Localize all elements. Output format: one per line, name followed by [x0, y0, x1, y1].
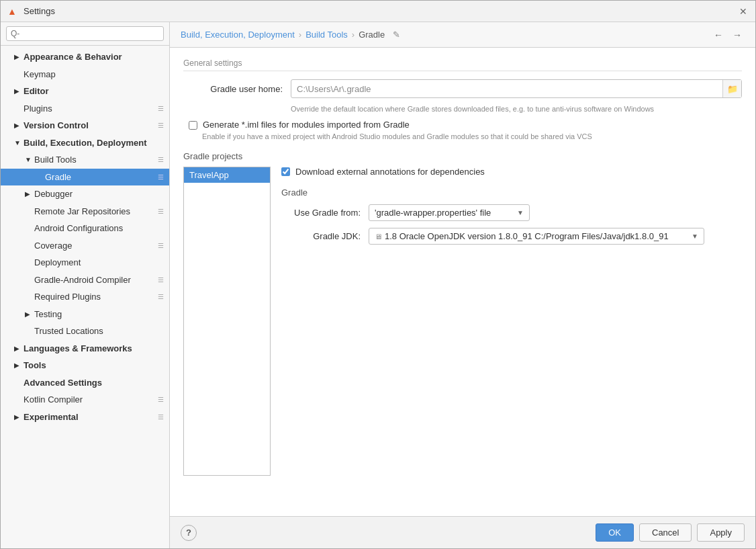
arrow-icon: ▶	[14, 412, 22, 422]
iml-checkbox[interactable]	[189, 121, 197, 130]
main-panel: Build, Execution, Deployment › Build Too…	[170, 22, 755, 548]
general-settings-title: General settings	[183, 58, 742, 71]
arrow-icon: ▶	[25, 309, 33, 319]
jdk-icon: 🖥	[375, 233, 382, 241]
breadcrumb-build-execution[interactable]: Build, Execution, Deployment	[181, 30, 295, 40]
sidebar-item-experimental[interactable]: ▶ Experimental ☰	[1, 409, 169, 426]
sidebar-item-remote-jar[interactable]: Remote Jar Repositories ☰	[1, 203, 169, 220]
settings-icon: ☰	[158, 155, 164, 165]
sidebar-item-label: Appearance & Behavior	[23, 50, 164, 64]
search-input[interactable]	[6, 26, 164, 41]
sidebar-item-version-control[interactable]: ▶ Version Control ☰	[1, 117, 169, 134]
cancel-button[interactable]: Cancel	[639, 523, 692, 542]
settings-window: ▲ Settings ✕ ▶ Appearance & Behavior Key…	[0, 0, 756, 549]
gradle-jdk-row: Gradle JDK: 🖥 1.8 Oracle OpenJDK version…	[281, 228, 742, 245]
breadcrumb-bar: Build, Execution, Deployment › Build Too…	[170, 22, 755, 48]
chevron-down-icon: ▼	[692, 233, 698, 240]
settings-icon: ☰	[158, 241, 164, 251]
sidebar-item-advanced[interactable]: Advanced Settings	[1, 374, 169, 392]
sidebar-item-build-tools[interactable]: ▼ Build Tools ☰	[1, 151, 169, 169]
gradle-home-input-wrap: 📁	[291, 79, 742, 98]
chevron-down-icon: ▼	[517, 209, 524, 216]
arrow-icon: ▶	[14, 120, 22, 130]
sidebar-item-label: Testing	[34, 308, 164, 321]
arrow-icon: ▶	[14, 52, 22, 62]
dropdown-value: 'gradle-wrapper.properties' file	[375, 208, 517, 218]
sidebar-item-required-plugins[interactable]: Required Plugins ☰	[1, 288, 169, 306]
sidebar-item-label: Plugins	[23, 102, 155, 116]
sidebar-item-debugger[interactable]: ▶ Debugger	[1, 185, 169, 203]
sidebar-item-label: Advanced Settings	[23, 376, 164, 390]
sidebar-item-build-execution[interactable]: ▼ Build, Execution, Deployment	[1, 134, 169, 152]
gradle-jdk-label: Gradle JDK:	[281, 231, 369, 241]
sidebar-item-label: Debugger	[34, 187, 164, 201]
sidebar-item-label: Gradle	[45, 171, 155, 184]
arrow-icon: ▶	[14, 360, 22, 370]
download-annotations-checkbox[interactable]	[281, 167, 290, 176]
ok-button[interactable]: OK	[596, 523, 634, 542]
back-button[interactable]: ←	[711, 28, 726, 42]
main-content: ▶ Appearance & Behavior Keymap ▶ Editor …	[1, 22, 755, 548]
sidebar-item-label: Keymap	[23, 68, 164, 81]
title-bar: ▲ Settings ✕	[1, 1, 755, 22]
sidebar-item-gradle-android[interactable]: Gradle-Android Compiler ☰	[1, 271, 169, 289]
sidebar-item-label: Remote Jar Repositories	[34, 205, 155, 218]
sidebar-item-kotlin[interactable]: Kotlin Compiler ☰	[1, 391, 169, 409]
sidebar-item-trusted-locations[interactable]: Trusted Locations	[1, 323, 169, 340]
breadcrumb-sep: ›	[352, 30, 355, 40]
gradle-home-label: Gradle user home:	[183, 84, 291, 94]
settings-icon: ☰	[158, 172, 164, 182]
app-icon: ▲	[7, 6, 18, 17]
sidebar-item-label: Kotlin Compiler	[23, 393, 155, 407]
panel-content: General settings Gradle user home: 📁 Ove…	[170, 48, 755, 516]
projects-label: Gradle projects	[183, 151, 742, 161]
sidebar-item-testing[interactable]: ▶ Testing	[1, 306, 169, 323]
arrow-icon: ▼	[25, 155, 33, 165]
close-button[interactable]: ✕	[738, 6, 749, 17]
sidebar-item-appearance[interactable]: ▶ Appearance & Behavior	[1, 48, 169, 66]
arrow-icon: ▶	[25, 189, 33, 199]
settings-icon: ☰	[158, 206, 164, 216]
use-gradle-dropdown[interactable]: 'gradle-wrapper.properties' file ▼	[369, 204, 530, 221]
apply-button[interactable]: Apply	[697, 523, 745, 542]
sidebar: ▶ Appearance & Behavior Keymap ▶ Editor …	[1, 22, 170, 548]
sidebar-item-keymap[interactable]: Keymap	[1, 66, 169, 83]
gradle-section-title: Gradle	[281, 187, 742, 198]
settings-icon: ☰	[158, 292, 164, 302]
sidebar-item-label: Coverage	[34, 239, 155, 253]
bottom-bar: ? OK Cancel Apply	[170, 516, 755, 548]
settings-icon: ☰	[158, 394, 164, 405]
use-gradle-label: Use Gradle from:	[281, 208, 369, 218]
jdk-value: 1.8 Oracle OpenJDK version 1.8.0_91 C:/P…	[385, 231, 692, 241]
iml-checkbox-row: Generate *.iml files for modules importe…	[189, 120, 742, 130]
sidebar-item-coverage[interactable]: Coverage ☰	[1, 237, 169, 255]
sidebar-item-gradle[interactable]: Gradle ☰	[1, 169, 169, 186]
download-annotations-label: Download external annotations for depend…	[295, 167, 485, 177]
sidebar-item-tools[interactable]: ▶ Tools	[1, 357, 169, 374]
gradle-jdk-dropdown[interactable]: 🖥 1.8 Oracle OpenJDK version 1.8.0_91 C:…	[369, 228, 704, 245]
forward-button[interactable]: →	[730, 28, 745, 42]
edit-icon[interactable]: ✎	[393, 30, 400, 40]
sidebar-item-label: Trusted Locations	[34, 325, 164, 338]
sidebar-item-android-config[interactable]: Android Configurations	[1, 220, 169, 237]
breadcrumb-build-tools[interactable]: Build Tools	[305, 30, 348, 40]
project-list-item[interactable]: TravelApp	[184, 167, 270, 183]
download-annotations-row: Download external annotations for depend…	[281, 167, 742, 177]
sidebar-item-deployment[interactable]: Deployment	[1, 254, 169, 271]
sidebar-item-label: Deployment	[34, 256, 164, 269]
sidebar-item-editor[interactable]: ▶ Editor	[1, 83, 169, 100]
gradle-home-row: Gradle user home: 📁	[183, 79, 742, 98]
breadcrumb-gradle: Gradle	[359, 30, 385, 40]
projects-layout: TravelApp Download external annotations …	[183, 167, 742, 476]
sidebar-item-label: Build Tools	[34, 153, 155, 167]
gradle-home-input[interactable]	[291, 81, 722, 97]
folder-button[interactable]: 📁	[722, 80, 741, 97]
sidebar-item-languages[interactable]: ▶ Languages & Frameworks	[1, 340, 169, 357]
search-box	[1, 22, 169, 46]
project-list: TravelApp	[183, 167, 271, 476]
sidebar-item-label: Version Control	[23, 119, 155, 132]
sidebar-item-label: Languages & Frameworks	[23, 342, 164, 355]
sidebar-item-label: Gradle-Android Compiler	[34, 273, 155, 287]
sidebar-item-plugins[interactable]: Plugins ☰	[1, 100, 169, 118]
help-button[interactable]: ?	[181, 525, 197, 541]
